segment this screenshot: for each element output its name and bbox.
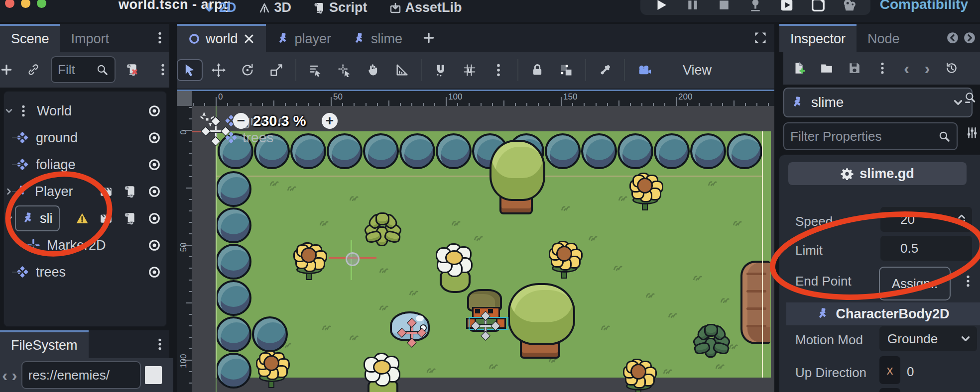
- play-scene-button[interactable]: [779, 0, 794, 12]
- motion-mode-dropdown[interactable]: Grounde: [879, 326, 977, 351]
- grid-magnet-icon[interactable]: [463, 63, 477, 77]
- play-custom-button[interactable]: [811, 0, 826, 12]
- tree-caret-icon[interactable]: [4, 213, 14, 223]
- macos-minimize-button[interactable]: [21, 0, 30, 8]
- eye-icon[interactable]: [147, 158, 161, 172]
- macos-zoom-button[interactable]: [37, 0, 46, 8]
- detach-script-button[interactable]: [125, 63, 138, 76]
- tab-inspector[interactable]: Inspector: [779, 24, 857, 52]
- macos-close-button[interactable]: [5, 0, 14, 8]
- new-resource-icon[interactable]: [792, 62, 805, 75]
- pivot-icon[interactable]: [337, 63, 351, 77]
- endpoint-menu-icon[interactable]: [962, 275, 975, 288]
- spinner-icon[interactable]: [955, 213, 968, 226]
- instance-scene-button[interactable]: [27, 63, 40, 76]
- move-gizmo[interactable]: [475, 315, 496, 337]
- tab-import[interactable]: Import: [60, 24, 121, 52]
- list-select-icon[interactable]: [308, 63, 322, 77]
- scene-tree-menu-icon[interactable]: [156, 63, 169, 76]
- center-view-icon[interactable]: [200, 112, 215, 129]
- move-icon[interactable]: [212, 63, 226, 77]
- tree-caret-icon[interactable]: [4, 106, 14, 116]
- lock-icon[interactable]: [530, 63, 544, 77]
- ruler-icon[interactable]: [395, 63, 409, 77]
- fs-back-icon[interactable]: ‹: [2, 367, 7, 384]
- dock-next-icon[interactable]: [963, 31, 976, 44]
- scene-tab-world[interactable]: world: [177, 24, 266, 52]
- clapper-icon[interactable]: [100, 185, 113, 198]
- zoom-out-button[interactable]: −: [233, 113, 249, 129]
- open-docs-icon[interactable]: [964, 92, 977, 104]
- workspace-3d[interactable]: 3D: [258, 0, 292, 15]
- workspace-script[interactable]: Script: [313, 0, 368, 15]
- scene-tab-player[interactable]: player: [266, 24, 343, 52]
- tree-row-trees[interactable]: trees: [4, 259, 166, 286]
- eye-icon[interactable]: [147, 104, 161, 118]
- renderer-label[interactable]: Compatibility: [880, 0, 968, 12]
- camera-icon[interactable]: [637, 63, 651, 77]
- history-forward-icon[interactable]: ›: [924, 60, 930, 77]
- prop-limit-field[interactable]: 0.5: [880, 236, 972, 261]
- tree-row-sli[interactable]: sli: [4, 205, 166, 232]
- scale-icon[interactable]: [269, 63, 283, 77]
- zoom-in-button[interactable]: +: [322, 113, 338, 129]
- marker2d-gizmo[interactable]: [401, 322, 423, 344]
- rename-node-input[interactable]: sli: [15, 205, 60, 231]
- workspace-assetlib[interactable]: AssetLib: [389, 0, 462, 15]
- assign-button[interactable]: Assign..: [879, 267, 951, 300]
- scene-filter-input[interactable]: Filt: [51, 56, 116, 83]
- eye-icon[interactable]: [147, 265, 161, 279]
- fs-file-thumbnail[interactable]: [145, 366, 162, 384]
- dock-prev-icon[interactable]: [946, 31, 959, 44]
- zoom-level-label[interactable]: 230.3 %: [253, 113, 306, 129]
- filesystem-menu-icon[interactable]: [153, 330, 169, 358]
- node-selector[interactable]: slime: [783, 88, 973, 117]
- tree-row-marker2d[interactable]: Marker2D: [4, 232, 166, 259]
- scene-dock-menu-icon[interactable]: [153, 24, 169, 52]
- filter-properties-input[interactable]: Filter Properties: [783, 122, 958, 150]
- eye-icon[interactable]: [147, 185, 161, 198]
- scene-tab-slime[interactable]: slime: [342, 24, 413, 52]
- select-mode-button[interactable]: [177, 59, 203, 81]
- tree-row-player[interactable]: Player: [4, 178, 166, 205]
- eye-icon[interactable]: [147, 131, 161, 145]
- new-scene-tab-button[interactable]: [422, 31, 435, 44]
- history-icon[interactable]: [945, 62, 958, 75]
- x-axis-value[interactable]: 0: [907, 364, 914, 380]
- tab-filesystem[interactable]: FileSystem: [0, 330, 89, 358]
- stop-button[interactable]: [717, 0, 732, 12]
- transform-gizmo[interactable]: [327, 240, 376, 280]
- canvas-2d[interactable]: groundtrees−230.3 %+: [192, 106, 774, 392]
- pause-button[interactable]: [685, 0, 700, 12]
- rotate-icon[interactable]: [241, 63, 254, 77]
- close-tab-icon[interactable]: [243, 33, 255, 45]
- tree-row-ground[interactable]: ground: [4, 124, 166, 151]
- tab-scene[interactable]: Scene: [0, 24, 60, 52]
- bone-icon[interactable]: [598, 63, 612, 77]
- script-icon[interactable]: [123, 185, 136, 198]
- remote-debug-button[interactable]: [748, 0, 763, 12]
- add-node-button[interactable]: [0, 63, 13, 76]
- workspace-2d[interactable]: 2D: [203, 0, 237, 15]
- resource-menu-icon[interactable]: [876, 62, 889, 75]
- tree-row-world[interactable]: World: [4, 98, 166, 124]
- inspector-tools-icon[interactable]: [966, 126, 979, 139]
- magnet-icon[interactable]: [434, 63, 448, 77]
- group-icon[interactable]: [559, 63, 573, 77]
- eye-icon[interactable]: [147, 211, 161, 225]
- script-section-header[interactable]: slime.gd: [788, 162, 967, 185]
- tab-node[interactable]: Node: [857, 24, 911, 52]
- pan-icon[interactable]: [366, 63, 380, 77]
- save-resource-icon[interactable]: [848, 62, 861, 75]
- movie-writer-button[interactable]: [842, 0, 857, 12]
- play-button[interactable]: [654, 0, 669, 12]
- prop-speed-field[interactable]: 20: [880, 207, 972, 232]
- fs-forward-icon[interactable]: ›: [11, 367, 17, 384]
- expand-viewport-icon[interactable]: [753, 31, 767, 45]
- dots-v-icon[interactable]: [491, 63, 505, 77]
- load-resource-icon[interactable]: [820, 62, 833, 75]
- fs-path-field[interactable]: res://enemies/: [21, 361, 141, 389]
- history-back-icon[interactable]: ‹: [904, 60, 909, 77]
- script-icon[interactable]: [123, 212, 136, 225]
- eye-icon[interactable]: [147, 238, 161, 252]
